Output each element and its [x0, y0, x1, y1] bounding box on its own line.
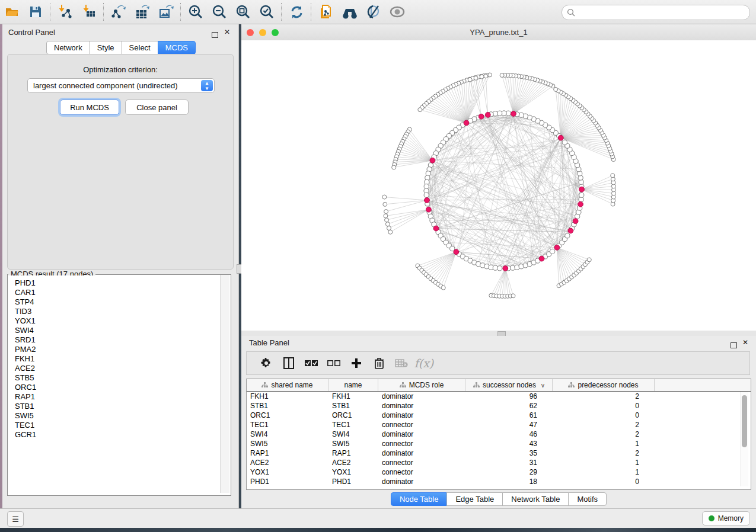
deselect-all-button[interactable] [323, 354, 345, 372]
list-item[interactable]: STB1 [15, 402, 227, 411]
list-item[interactable]: GCR1 [15, 430, 227, 440]
list-item[interactable]: SRD1 [15, 335, 227, 345]
list-item[interactable]: YOX1 [15, 316, 227, 326]
list-item[interactable]: PMA2 [15, 345, 227, 354]
list-item[interactable]: SWI5 [15, 411, 227, 421]
tab-mcds[interactable]: MCDS [158, 41, 196, 55]
float-panel-icon[interactable] [212, 30, 218, 40]
run-mcds-button[interactable]: Run MCDS [60, 100, 119, 115]
hide-selected-button[interactable] [362, 2, 385, 22]
list-item[interactable]: STB5 [15, 373, 227, 383]
table-cell: 43 [465, 440, 553, 448]
fx-icon: f(x) [414, 357, 434, 370]
refresh-layout-button[interactable] [285, 2, 308, 22]
open-file-button[interactable] [0, 2, 24, 22]
list-item[interactable]: STP4 [15, 297, 227, 307]
columns-icon [283, 357, 294, 369]
table-row[interactable]: YOX1YOX1connector291 [247, 467, 751, 477]
tab-network[interactable]: Network [46, 41, 90, 55]
table-cell: 61 [465, 411, 553, 419]
network-window-title: YPA_prune.txt_1 [241, 28, 756, 37]
show-all-button[interactable] [385, 2, 409, 22]
export-image-button[interactable] [154, 2, 178, 22]
table-row[interactable]: PHD1PHD1dominator180 [247, 477, 751, 486]
column-header-successor-nodes[interactable]: successor nodes v [465, 379, 553, 391]
first-neighbors-button[interactable] [338, 2, 362, 22]
memory-button[interactable]: Memory [702, 511, 750, 525]
list-item[interactable]: CAR1 [15, 288, 227, 297]
table-cell: RAP1 [328, 449, 378, 457]
show-log-button[interactable]: ☰ [7, 511, 24, 527]
column-label: name [344, 381, 362, 389]
tab-style[interactable]: Style [90, 41, 122, 55]
table-row[interactable]: SWI4SWI4dominator462 [247, 430, 751, 439]
search-box[interactable] [562, 5, 750, 20]
list-item[interactable]: TEC1 [15, 421, 227, 430]
list-item[interactable]: ORC1 [15, 383, 227, 392]
tab-select[interactable]: Select [122, 41, 158, 55]
table-cell: 46 [465, 430, 553, 438]
zoom-fit-button[interactable] [231, 2, 255, 22]
list-item[interactable]: RAP1 [15, 392, 227, 402]
list-item[interactable]: PHD1 [15, 278, 227, 288]
tab-edge-table[interactable]: Edge Table [446, 492, 503, 506]
list-item[interactable]: ACE2 [15, 364, 227, 373]
table-row[interactable]: TEC1TEC1connector472 [247, 420, 751, 430]
export-network-button[interactable] [107, 2, 130, 22]
mcds-result-list: PHD1 CAR1 STP4 TID3 YOX1 SWI4 SRD1 PMA2 … [8, 275, 227, 495]
table-cell: SWI5 [328, 440, 378, 448]
network-canvas[interactable] [241, 40, 756, 331]
list-item[interactable]: TID3 [15, 307, 227, 316]
column-label: shared name [271, 381, 312, 389]
tab-network-table[interactable]: Network Table [502, 492, 569, 506]
table-cell: 96 [465, 392, 553, 400]
column-header-mcds-role[interactable]: MCDS role [378, 379, 465, 391]
dropdown-stepper-icon: ▲▼ [201, 80, 213, 91]
search-input[interactable] [579, 8, 745, 17]
table-cell: ACE2 [328, 459, 378, 467]
zoom-out-button[interactable] [208, 2, 231, 22]
zoom-selected-button[interactable] [255, 2, 279, 22]
select-all-button[interactable] [300, 354, 323, 372]
table-row[interactable]: RAP1RAP1dominator352 [247, 448, 751, 458]
toolbar-separator [50, 3, 51, 21]
close-panel-icon[interactable]: ✕ [742, 339, 748, 345]
column-header-shared-name[interactable]: shared name [247, 379, 328, 391]
delete-row-button[interactable] [368, 354, 390, 372]
float-panel-icon[interactable] [731, 340, 737, 351]
column-header-predecessor-nodes[interactable]: predecessor nodes [553, 379, 655, 391]
table-scrollbar[interactable] [741, 392, 748, 486]
tab-motifs[interactable]: Motifs [568, 492, 607, 506]
list-item[interactable]: SWI4 [15, 326, 227, 335]
import-network-button[interactable] [53, 2, 77, 22]
table-row[interactable]: SWI5SWI5connector431 [247, 439, 751, 448]
eye-icon [389, 5, 406, 18]
close-panel-icon[interactable]: ✕ [224, 29, 230, 35]
column-header-filler [655, 379, 751, 391]
close-panel-button[interactable]: Close panel [125, 100, 189, 115]
mcds-list-scrollbar[interactable] [220, 275, 229, 493]
table-cell: FKH1 [247, 392, 328, 400]
save-session-button[interactable] [24, 2, 47, 22]
import-table-button[interactable] [77, 2, 101, 22]
scrollbar-thumb[interactable] [742, 395, 747, 447]
network-graph[interactable] [241, 40, 756, 331]
table-row[interactable]: FKH1FKH1dominator962 [247, 392, 751, 401]
tab-node-table[interactable]: Node Table [391, 492, 448, 506]
table-cell: SWI4 [328, 430, 378, 438]
table-row[interactable]: ORC1ORC1dominator610 [247, 411, 751, 420]
zoom-in-button[interactable] [184, 2, 208, 22]
horizontal-splitter[interactable] [241, 331, 756, 336]
column-header-name[interactable]: name [328, 379, 378, 391]
list-item[interactable]: FKH1 [15, 354, 227, 364]
table-cell: dominator [378, 411, 465, 419]
show-columns-button[interactable] [277, 354, 300, 372]
new-network-from-selection-button[interactable] [314, 2, 338, 22]
save-icon [28, 5, 43, 19]
column-settings-button[interactable] [255, 354, 277, 372]
table-row[interactable]: ACE2ACE2connector311 [247, 458, 751, 467]
export-table-button[interactable] [130, 2, 154, 22]
table-row[interactable]: STB1STB1dominator620 [247, 401, 751, 411]
criterion-dropdown[interactable]: largest connected component (undirected)… [27, 78, 215, 93]
add-row-button[interactable] [345, 354, 368, 372]
